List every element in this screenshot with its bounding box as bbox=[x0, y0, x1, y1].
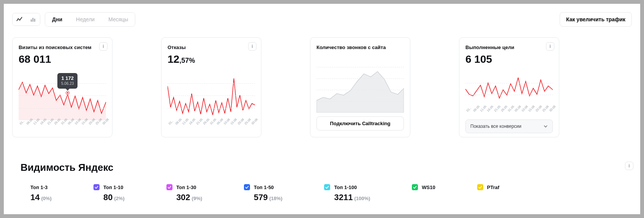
legend-label: PTraf bbox=[487, 185, 500, 190]
chart-type-toggle bbox=[12, 13, 40, 26]
legend-item-ptraf: PTraf bbox=[477, 184, 500, 202]
card-visits: i Визиты из поисковых систем 68 011 1 17… bbox=[12, 37, 112, 137]
card-goals-title: Выполненные цели bbox=[465, 45, 553, 50]
period-toggle: Дни Недели Месяцы bbox=[45, 12, 135, 27]
legend-checkbox[interactable] bbox=[477, 184, 483, 190]
svg-marker-3 bbox=[316, 72, 404, 113]
card-bounces-chart bbox=[168, 71, 255, 120]
card-bounces: i Отказы 12,57% 01..06.0511.0516.0521.05… bbox=[161, 37, 261, 137]
tooltip-value: 1 172 bbox=[61, 75, 74, 81]
increase-traffic-button[interactable]: Как увеличить трафик bbox=[560, 12, 632, 27]
card-visits-value: 68 011 bbox=[19, 53, 106, 65]
help-icon[interactable]: i bbox=[546, 42, 554, 51]
card-calls: Количество звонков с сайта Подключить Ca… bbox=[310, 37, 410, 137]
svg-rect-0 bbox=[31, 19, 32, 22]
legend-label: Топ 1-50 bbox=[254, 185, 274, 190]
card-calls-title: Количество звонков с сайта bbox=[316, 45, 404, 50]
help-icon[interactable]: i bbox=[625, 162, 633, 170]
legend-item-top-1-100: Топ 1-100 3211(100%) bbox=[324, 184, 370, 202]
legend-checkbox[interactable] bbox=[324, 184, 330, 190]
legend-label: Топ 1-100 bbox=[334, 185, 357, 190]
help-icon[interactable]: i bbox=[248, 42, 256, 51]
card-goals-value: 6 105 bbox=[465, 53, 553, 65]
card-visits-title: Визиты из поисковых систем bbox=[19, 45, 106, 50]
card-goals-chart bbox=[465, 71, 553, 107]
card-bounces-title: Отказы bbox=[168, 45, 255, 50]
tooltip-date: 5.06.23 bbox=[61, 81, 74, 86]
bar-chart-toggle[interactable] bbox=[26, 13, 40, 25]
legend-label: Топ 1-10 bbox=[103, 185, 123, 190]
card-goals-xaxis: 01..06.0511.0516.0521.0526.0531.0505.061… bbox=[467, 110, 550, 113]
chart-tooltip: 1 172 5.06.23 bbox=[57, 73, 78, 89]
visibility-title: Видимость Яндекс bbox=[21, 162, 623, 173]
connect-calltracking-button[interactable]: Подключить Calltracking bbox=[316, 116, 404, 130]
legend-item-ws10: WS10 bbox=[412, 184, 435, 202]
svg-rect-2 bbox=[34, 19, 35, 22]
line-chart-toggle[interactable] bbox=[13, 13, 26, 25]
period-weeks[interactable]: Недели bbox=[69, 13, 101, 26]
legend-item-top-1-10: Топ 1-10 80(2%) bbox=[93, 184, 125, 202]
dropdown-label: Показать все конверсии bbox=[470, 124, 521, 129]
visibility-legend: Топ 1-3 14(0%) Топ 1-10 80(2%) Топ 1-30 … bbox=[21, 184, 623, 202]
card-bounces-xaxis: 01..06.0511.0516.0521.0526.0531.0505.061… bbox=[169, 123, 252, 126]
svg-rect-1 bbox=[33, 18, 34, 22]
legend-label: Топ 1-3 bbox=[30, 185, 47, 190]
line-chart-icon bbox=[16, 16, 22, 22]
card-calls-placeholder-chart bbox=[316, 56, 404, 113]
show-conversions-dropdown[interactable]: Показать все конверсии bbox=[465, 119, 553, 133]
legend-checkbox[interactable] bbox=[412, 184, 418, 190]
legend-label: WS10 bbox=[422, 185, 435, 190]
legend-label: Топ 1-30 bbox=[176, 185, 196, 190]
period-months[interactable]: Месяцы bbox=[101, 13, 135, 26]
card-bounces-value: 12,57% bbox=[168, 53, 255, 65]
legend-checkbox[interactable] bbox=[21, 184, 27, 190]
legend-item-top-1-50: Топ 1-50 579(18%) bbox=[244, 184, 282, 202]
legend-checkbox[interactable] bbox=[244, 184, 250, 190]
legend-item-top-1-30: Топ 1-30 302(9%) bbox=[166, 184, 202, 202]
chevron-down-icon bbox=[543, 124, 548, 129]
period-days[interactable]: Дни bbox=[45, 13, 69, 26]
bar-chart-icon bbox=[30, 16, 36, 22]
card-visits-xaxis: 01..06.0511.0516.0521.0526.0531.0505.061… bbox=[20, 123, 103, 126]
card-goals: i Выполненные цели 6 105 01..06.0511.051… bbox=[459, 37, 559, 137]
visibility-section: i Видимость Яндекс Топ 1-3 14(0%) Топ 1-… bbox=[4, 162, 640, 210]
card-visits-chart: 1 172 5.06.23 bbox=[19, 71, 106, 120]
chart-point-marker bbox=[66, 91, 69, 94]
help-icon[interactable]: i bbox=[99, 42, 108, 51]
legend-checkbox[interactable] bbox=[166, 184, 172, 190]
legend-checkbox[interactable] bbox=[93, 184, 100, 190]
legend-item-top-1-3: Топ 1-3 14(0%) bbox=[21, 184, 52, 202]
